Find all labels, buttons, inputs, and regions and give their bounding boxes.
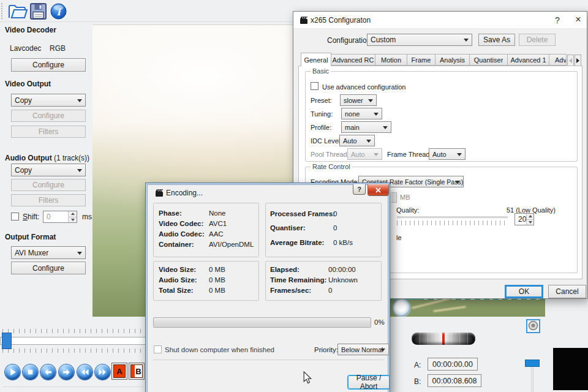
video-decoder-heading: Video Decoder: [5, 26, 56, 34]
save-project-button[interactable]: [29, 2, 47, 20]
encoding-dialog-title: Encoding...: [166, 189, 203, 197]
encoding-dialog: Encoding... ? Phase:None Video Codec:AVC…: [145, 183, 390, 392]
fast-backward-button[interactable]: [77, 364, 92, 380]
tab-advanced-1[interactable]: Advanced 1: [508, 54, 549, 66]
marker-b-button[interactable]: B: [129, 363, 145, 380]
quality-down-arrow: [527, 220, 533, 225]
information-button[interactable]: i: [50, 3, 67, 20]
priority-select[interactable]: Below Normal: [337, 344, 389, 355]
pool-threads-label: Pool Threads: [311, 151, 350, 158]
shutdown-checkbox[interactable]: [154, 345, 162, 353]
x265-dialog-title: x265 Configuraton: [311, 16, 371, 24]
tab-scroll-right-button[interactable]: [575, 55, 581, 66]
next-frame-button[interactable]: [59, 364, 74, 380]
cancel-button[interactable]: Cancel: [548, 285, 586, 298]
tab-analysis[interactable]: Analysis: [435, 54, 470, 66]
stop-icon: [26, 368, 34, 376]
tab-advanced-2-truncated[interactable]: Advan: [549, 54, 567, 66]
video-decoder-codec: Lavcodec: [10, 44, 41, 53]
jog-wheel[interactable]: [412, 333, 475, 345]
marker-b-time-label: B:: [414, 377, 421, 386]
round-object: [393, 298, 411, 317]
ok-button[interactable]: OK: [505, 285, 543, 298]
preset-select[interactable]: slower: [340, 94, 377, 106]
profile-label: Profile:: [311, 124, 331, 131]
progress-percent-label: 0%: [374, 318, 385, 326]
quality-slider-track[interactable]: [397, 216, 508, 219]
quality-spinner[interactable]: 20: [514, 213, 534, 225]
audio-shift-unit: ms: [82, 213, 92, 221]
clapperboard-icon: [155, 189, 164, 198]
triangle-right-icon: [576, 58, 582, 63]
video-output-configure-button: Configure: [11, 110, 86, 122]
volume-slider-track[interactable]: [531, 366, 533, 392]
quality-up-arrow: [527, 214, 533, 220]
arrow-right-icon: [62, 368, 70, 376]
delete-button: Delete: [519, 34, 556, 46]
timeline-slider-handle[interactable]: [2, 333, 12, 349]
tab-motion[interactable]: Motion: [375, 54, 407, 66]
audio-output-filters-button: Filters: [11, 194, 86, 206]
encoding-close-button[interactable]: [368, 184, 389, 196]
pause-abort-button[interactable]: Pause / Abort: [348, 375, 390, 389]
quality-slider-ticks: [397, 221, 508, 225]
frame-threads-label: Frame Threads: [387, 151, 433, 158]
video-decoder-configure-button[interactable]: Configure: [11, 58, 86, 72]
audio-output-configure-button: Configure: [11, 179, 86, 191]
arrow-left-icon: [44, 368, 52, 376]
preset-label: Preset:: [311, 97, 332, 104]
fast-forward-button[interactable]: [95, 364, 110, 380]
save-as-button[interactable]: Save As: [478, 34, 515, 46]
x265-help-button[interactable]: ?: [551, 14, 564, 26]
audio-shift-checkbox[interactable]: [11, 213, 19, 221]
open-file-button[interactable]: [7, 2, 28, 20]
x265-titlebar[interactable]: x265 Configuraton ? ×: [293, 12, 587, 29]
marker-a-button[interactable]: A: [111, 363, 127, 380]
video-output-heading: Video Output: [5, 80, 51, 88]
use-advanced-configuration-checkbox[interactable]: [311, 82, 318, 90]
quality-hint: 51 (Low Quality): [470, 206, 556, 214]
audio-output-select[interactable]: Copy: [11, 164, 86, 176]
audio-shift-label: Shift:: [23, 213, 39, 221]
rate-control-group-legend: Rate Control: [311, 163, 352, 170]
tab-advanced-rc[interactable]: Advanced RC: [331, 54, 375, 66]
audio-output-heading: Audio Output (1 track(s)): [5, 154, 89, 162]
stop-button[interactable]: [23, 364, 38, 380]
shutdown-label: Shut down computer when finished: [165, 346, 274, 353]
open-file-icon: [7, 14, 28, 21]
marker-a-time-field[interactable]: 00:00:00.00: [428, 358, 478, 371]
idc-level-select[interactable]: Auto: [339, 135, 375, 146]
marker-b-time-field[interactable]: 00:00:08.608: [428, 374, 481, 387]
tab-scroll-left-button: [567, 55, 574, 66]
shift-up-arrow: [69, 211, 77, 217]
tuning-select[interactable]: none: [341, 108, 382, 119]
save-project-icon: [29, 14, 47, 21]
output-format-select[interactable]: AVI Muxer: [11, 246, 86, 259]
mouse-cursor: [303, 371, 312, 385]
information-icon: i: [50, 13, 67, 21]
mute-button[interactable]: [526, 319, 540, 333]
tab-frame[interactable]: Frame: [407, 54, 435, 66]
configuration-select[interactable]: Custom: [367, 34, 472, 46]
profile-select[interactable]: main: [341, 121, 391, 133]
video-decoder-mode: RGB: [50, 44, 66, 53]
play-button[interactable]: [5, 364, 20, 380]
tab-quantiser[interactable]: Quantiser: [470, 54, 508, 66]
audio-shift-spinner[interactable]: 0: [43, 211, 77, 223]
encoding-help-button[interactable]: ?: [353, 184, 366, 195]
tab-general[interactable]: General: [301, 53, 331, 66]
tuning-label: Tuning:: [311, 110, 333, 118]
quality-label: Quality:: [396, 206, 419, 214]
double-arrow-left-icon: [81, 368, 89, 376]
double-arrow-right-icon: [99, 368, 107, 376]
toolbar-grip[interactable]: [1, 3, 2, 19]
priority-label: Priority:: [314, 346, 338, 353]
basic-group-legend: Basic: [311, 67, 331, 75]
shift-down-arrow: [69, 217, 77, 223]
output-format-configure-button[interactable]: Configure: [11, 262, 86, 274]
frame-threads-select[interactable]: Auto: [429, 148, 466, 160]
previous-frame-button[interactable]: [40, 364, 56, 380]
x265-close-button[interactable]: ×: [571, 13, 585, 26]
volume-slider-handle[interactable]: [525, 360, 540, 367]
video-output-select[interactable]: Copy: [11, 94, 86, 107]
